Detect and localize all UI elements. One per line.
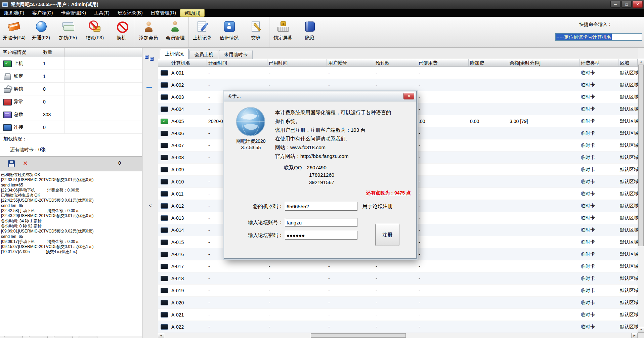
log-line: send len=65	[1, 234, 141, 239]
left-bottom-tab[interactable]: 消息	[4, 336, 23, 338]
table-column-header[interactable]: 余额[余时分钟]	[508, 59, 579, 67]
cell-account: -	[327, 321, 374, 333]
cell-billing-type: 临时卡	[579, 67, 618, 79]
collapse-panel-button[interactable]: <	[142, 203, 158, 208]
toolbar-button[interactable]: 换机	[108, 17, 135, 47]
table-column-header[interactable]: 已使用费	[417, 59, 469, 67]
scroll-down-arrow[interactable]: ▼	[638, 327, 644, 333]
titlebar: 迎宾网吧:3.7.53.55----用户：Admin(试用) ─ □ ✕	[0, 0, 644, 9]
table-row[interactable]: A-001 - - - - - 临时卡 默认区域	[158, 67, 638, 79]
toolbar-button[interactable]: 上机记录	[189, 17, 216, 47]
forum-password-input[interactable]	[285, 231, 357, 240]
menu-item[interactable]: 服务端(F)	[0, 9, 28, 17]
scroll-up-arrow[interactable]: ▲	[638, 59, 644, 65]
table-column-header[interactable]: 计算机名	[158, 59, 207, 67]
menu-item[interactable]: 日常管理(R)	[147, 9, 180, 17]
cell-balance	[508, 260, 579, 272]
main-tab[interactable]: 未用临时卡	[219, 50, 253, 59]
toolbar-button[interactable]: 值班情况	[216, 17, 243, 47]
machine-code-input[interactable]	[285, 202, 357, 211]
contact-qq-number: 392191567	[309, 179, 334, 185]
toolbar-button[interactable]: 会员管理	[162, 17, 189, 47]
cell-used-fee: -	[417, 236, 469, 248]
register-button[interactable]: 注册	[375, 224, 399, 246]
menu-item[interactable]: 帮助(H)	[180, 9, 205, 17]
cell-start-time: -	[207, 272, 267, 284]
table-row[interactable]: A-022 - - - - - 临时卡 默认区域	[158, 321, 638, 333]
table-row[interactable]: A-019 - - - - - 临时卡 默认区域	[158, 285, 638, 297]
left-bottom-tab[interactable]: 便签	[79, 336, 97, 338]
table-row[interactable]: A-002 - - - - - 临时卡 默认区域	[158, 79, 638, 91]
table-column-header[interactable]: 用户帐号	[327, 59, 374, 67]
cell-used-fee: -	[417, 224, 469, 236]
main-tab[interactable]: 上机情况	[160, 49, 189, 59]
main-tab[interactable]: 会员上机	[189, 50, 218, 59]
forum-account-input[interactable]	[285, 218, 357, 227]
vertical-scrollbar[interactable]: ▲ ▼	[638, 59, 644, 333]
table-row[interactable]: A-020 - - - - - 临时卡 默认区域	[158, 297, 638, 309]
toolbar-button[interactable]: 结账(F3)	[81, 17, 108, 47]
cell-used-time: -	[267, 67, 327, 79]
cell-area: 默认区域	[618, 285, 638, 296]
cell-start-time: -	[207, 285, 267, 296]
menu-item[interactable]: 班次记录(B)	[114, 9, 147, 17]
menu-item[interactable]: 卡类管理(K)	[57, 9, 90, 17]
cell-prepaid: -	[374, 297, 417, 308]
cell-billing-type: 临时卡	[579, 115, 618, 127]
save-icon[interactable]	[8, 160, 15, 167]
left-bottom-tab[interactable]: 日志	[54, 336, 73, 338]
menu-item[interactable]: 客户端(C)	[28, 9, 57, 17]
table-column-header[interactable]: 已用时间	[267, 59, 327, 67]
scroll-right-arrow[interactable]: ▶	[631, 333, 638, 338]
client-stat-row[interactable]: 锁定 1	[0, 70, 142, 83]
event-log[interactable]: 已和微信对接成功 OK[22:33:51]USERMIC-20TVCD5预交0.…	[0, 171, 142, 335]
add-money-status: 加钱情况：-	[0, 136, 142, 142]
cell-balance	[508, 91, 579, 103]
client-stat-icon	[3, 124, 11, 131]
table-row[interactable]: A-018 - - - - - 临时卡 默认区域	[158, 272, 638, 285]
horizontal-scroll-thumb[interactable]	[311, 333, 406, 338]
cell-billing-type: 临时卡	[579, 285, 618, 296]
dialog-titlebar[interactable]: 关于... ✕	[224, 91, 416, 101]
cell-used-time: -	[267, 297, 327, 308]
client-stat-row[interactable]: 异常 0	[0, 95, 142, 108]
table-column-header[interactable]: 区域	[618, 59, 638, 67]
cell-balance	[508, 200, 579, 212]
cell-billing-type: 临时卡	[579, 103, 618, 115]
client-stat-row[interactable]: 上机 1	[0, 57, 142, 70]
menu-item[interactable]: 工具(T)	[90, 9, 114, 17]
toolbar-button[interactable]: 锁定屏幕	[269, 17, 296, 47]
client-stat-row[interactable]: 连接 0	[0, 121, 142, 134]
toolbar-button[interactable]: 开临卡(F4)	[1, 17, 28, 47]
table-column-header[interactable]: 开始时间	[207, 59, 267, 67]
toolbar-button[interactable]: 加钱(F5)	[54, 17, 81, 47]
layout-icon[interactable]	[150, 57, 154, 61]
close-button[interactable]: ✕	[633, 1, 643, 8]
maximize-button[interactable]: □	[621, 1, 632, 8]
table-column-header[interactable]: 预付款	[374, 59, 417, 67]
table-row[interactable]: A-017 - - - - - 临时卡 默认区域	[158, 260, 638, 272]
table-row[interactable]: A-021 - - - - - 临时卡 默认区域	[158, 309, 638, 321]
toolbar-button[interactable]: 开通(F2)	[28, 17, 54, 47]
cell-used-fee: -	[417, 176, 469, 187]
delete-icon[interactable]: ✕	[23, 160, 28, 167]
splitter-bar[interactable]: <	[142, 48, 158, 338]
horizontal-scrollbar[interactable]: ◀ ▶	[158, 333, 644, 338]
toolbar-button[interactable]: 隐藏	[296, 17, 323, 47]
globe-icon	[235, 106, 266, 137]
left-bottom-tab[interactable]: 属性	[29, 336, 48, 338]
table-column-header[interactable]: 计费类型	[579, 59, 618, 67]
layout-icon[interactable]	[145, 55, 148, 59]
table-column-header[interactable]: 附加费	[469, 59, 508, 67]
client-stat-row[interactable]: 总数 303	[0, 108, 142, 121]
minimize-button[interactable]: ─	[610, 1, 620, 8]
points-remaining-link[interactable]: 还有点数为：9475 点	[366, 190, 411, 196]
dialog-close-button[interactable]: ✕	[403, 93, 414, 99]
toolbar-button[interactable]: 交班	[243, 17, 269, 47]
scroll-left-arrow[interactable]: ◀	[158, 333, 164, 338]
toolbar-button[interactable]: 添加会员	[135, 17, 162, 47]
quick-command-input[interactable]: -----定位到该卡号计算机名	[555, 33, 642, 41]
log-line: [22:33:51]USERMIC-20TVCD5预交0.01元(优惠0元)	[1, 177, 141, 182]
client-stat-row[interactable]: 解锁 0	[0, 83, 142, 95]
vertical-scroll-thumb[interactable]	[638, 65, 644, 246]
